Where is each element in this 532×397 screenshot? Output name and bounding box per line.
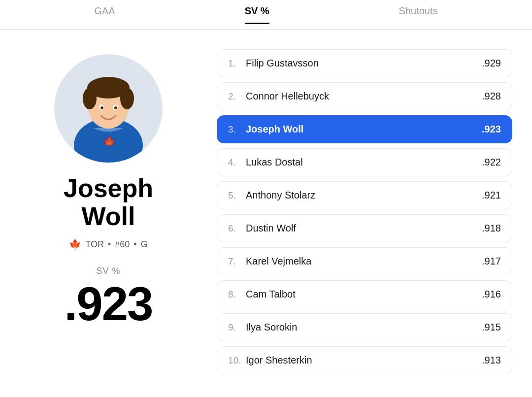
rank-number: 9. (228, 322, 246, 333)
svg-text:🍁: 🍁 (102, 135, 116, 148)
ranking-stat-value: .917 (482, 256, 501, 267)
ranking-row[interactable]: 10.Igor Shesterkin.913 (217, 346, 512, 374)
separator1: • (108, 239, 111, 250)
ranking-row[interactable]: 6.Dustin Wolf.918 (217, 214, 512, 242)
rankings-panel: 1.Filip Gustavsson.9292.Connor Hellebuyc… (217, 44, 512, 374)
tab-sv[interactable]: SV % (245, 5, 269, 24)
ranking-row[interactable]: 5.Anthony Stolarz.921 (217, 181, 512, 209)
player-full-name: Joseph Woll (64, 174, 153, 231)
stat-label: SV % (96, 266, 120, 276)
player-number: #60 (115, 239, 130, 250)
ranking-player-name: Lukas Dostal (246, 157, 482, 168)
ranking-row[interactable]: 7.Karel Vejmelka.917 (217, 247, 512, 275)
team-logo-icon: 🍁 (69, 238, 81, 250)
ranking-player-name: Anthony Stolarz (246, 190, 482, 201)
ranking-stat-value: .923 (482, 124, 501, 135)
tab-gaa[interactable]: GAA (94, 5, 115, 24)
rank-number: 2. (228, 91, 246, 102)
tab-bar: GAA SV % Shutouts (0, 0, 532, 30)
ranking-stat-value: .918 (482, 223, 501, 234)
ranking-stat-value: .921 (482, 190, 501, 201)
ranking-stat-value: .928 (482, 91, 501, 102)
rank-number: 7. (228, 256, 246, 267)
rank-number: 1. (228, 58, 246, 69)
player-avatar: 🍁 (54, 54, 163, 163)
ranking-player-name: Igor Shesterkin (246, 355, 482, 366)
ranking-stat-value: .929 (482, 58, 501, 69)
player-panel: 🍁 Joseph Woll 🍁 TOR • #60 • G SV % .923 (20, 44, 197, 374)
separator2: • (133, 239, 136, 250)
ranking-player-name: Karel Vejmelka (246, 256, 482, 267)
ranking-stat-value: .916 (482, 289, 501, 300)
rank-number: 10. (228, 355, 246, 366)
svg-point-10 (114, 106, 117, 109)
stat-value: .923 (65, 280, 153, 328)
player-meta: 🍁 TOR • #60 • G (69, 238, 147, 250)
player-position: G (141, 239, 148, 250)
ranking-player-name: Connor Hellebuyck (246, 91, 482, 102)
ranking-row[interactable]: 1.Filip Gustavsson.929 (217, 49, 512, 77)
ranking-row[interactable]: 2.Connor Hellebuyck.928 (217, 82, 512, 110)
ranking-player-name: Joseph Woll (246, 124, 482, 135)
player-team: TOR (85, 239, 104, 250)
svg-point-5 (83, 88, 97, 109)
rank-number: 6. (228, 223, 246, 234)
ranking-row[interactable]: 9.Ilya Sorokin.915 (217, 313, 512, 341)
main-content: 🍁 Joseph Woll 🍁 TOR • #60 • G SV % .923 … (0, 30, 532, 389)
ranking-row[interactable]: 8.Cam Talbot.916 (217, 280, 512, 308)
rank-number: 5. (228, 190, 246, 201)
rank-number: 8. (228, 289, 246, 300)
ranking-row[interactable]: 3.Joseph Woll.923 (217, 115, 512, 143)
svg-point-9 (100, 106, 103, 109)
ranking-stat-value: .922 (482, 157, 501, 168)
ranking-row[interactable]: 4.Lukas Dostal.922 (217, 148, 512, 176)
ranking-stat-value: .915 (482, 322, 501, 333)
svg-point-6 (120, 88, 134, 109)
rank-number: 4. (228, 157, 246, 168)
ranking-player-name: Ilya Sorokin (246, 322, 482, 333)
ranking-player-name: Cam Talbot (246, 289, 482, 300)
ranking-player-name: Dustin Wolf (246, 223, 482, 234)
tab-shutouts[interactable]: Shutouts (399, 5, 438, 24)
ranking-stat-value: .913 (482, 355, 501, 366)
rank-number: 3. (228, 124, 246, 135)
ranking-player-name: Filip Gustavsson (246, 58, 482, 69)
